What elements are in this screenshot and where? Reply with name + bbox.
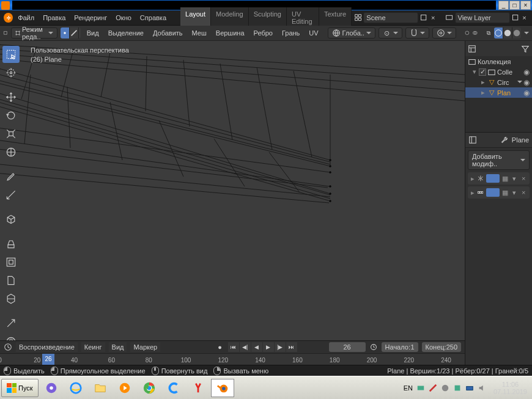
gizmo-toggle[interactable] [465, 29, 470, 37]
matprev-shading[interactable] [512, 27, 521, 38]
keyframe-next[interactable]: |▶ [275, 342, 286, 352]
outliner-root[interactable]: Коллекция [465, 56, 532, 67]
tab-layout[interactable]: Layout [180, 7, 211, 28]
playback-menu[interactable]: Воспроизведение [16, 342, 78, 352]
outliner-editor-icon[interactable] [468, 45, 476, 53]
outliner-plane[interactable]: ▸ ▽ Plan ◉ [465, 87, 532, 98]
tray-icon[interactable] [453, 384, 462, 392]
current-frame-field[interactable]: 26 [329, 342, 366, 352]
visibility-icon[interactable]: ◉ [523, 78, 530, 87]
tool-bevel[interactable] [2, 272, 20, 289]
tray-volume-icon[interactable] [478, 384, 486, 392]
viewport-3d[interactable]: Пользовательская перспектива (26) Plane [0, 41, 465, 340]
menu-mesh[interactable]: Меш [189, 28, 210, 38]
tray-icon[interactable] [416, 384, 425, 392]
jump-end[interactable]: ⏭ [286, 342, 297, 352]
tool-rotate[interactable] [2, 107, 20, 124]
modifier-name-field[interactable] [486, 188, 500, 197]
taskbar-clock[interactable]: 11:06 07.11.2019 [490, 381, 531, 395]
timeline-editor-icon[interactable] [4, 343, 12, 351]
preview-range-icon[interactable] [369, 343, 378, 351]
pivot-dropdown[interactable]: ⊙ [379, 27, 402, 38]
jump-start[interactable]: ⏮ [228, 342, 239, 352]
taskbar-explorer[interactable] [89, 379, 112, 397]
keyframe-prev[interactable]: ◀| [240, 342, 251, 352]
wireframe-shading[interactable] [494, 27, 503, 38]
menu-help[interactable]: Справка [136, 12, 170, 23]
disclosure-icon[interactable]: ▸ [470, 175, 475, 183]
mod-delete-icon[interactable]: × [520, 188, 527, 197]
disclosure-icon[interactable]: ▾ [471, 68, 478, 76]
overlay-toggle[interactable] [473, 29, 478, 37]
modifier-mirror[interactable]: ▸ ▦ ▾ × [468, 172, 530, 185]
end-frame-field[interactable]: Конец:250 [422, 342, 461, 352]
mod-dropdown-icon[interactable]: ▾ [511, 174, 518, 183]
tool-knife[interactable] [2, 315, 20, 332]
marker-menu[interactable]: Маркер [130, 342, 160, 352]
orientation-dropdown[interactable]: Глоба.. [328, 27, 375, 38]
close-button[interactable]: × [520, 1, 531, 10]
solid-shading[interactable] [503, 27, 512, 38]
autokey-toggle[interactable]: ● [216, 343, 224, 351]
prop-edit[interactable] [432, 27, 456, 38]
outliner-collection[interactable]: ▾ ✓ Colle ◉ [465, 67, 532, 77]
tool-annotate[interactable] [2, 168, 20, 185]
visibility-icon[interactable]: ◉ [523, 68, 530, 76]
editor-type-icon[interactable] [3, 29, 8, 37]
minimize-button[interactable]: _ [498, 1, 509, 10]
mod-dropdown-icon[interactable]: ▾ [511, 188, 518, 197]
tool-addcube[interactable] [2, 211, 20, 228]
delete-viewlayer-icon[interactable]: × [520, 13, 528, 22]
play-rev[interactable]: ◀ [251, 342, 262, 352]
tool-inset[interactable] [2, 254, 20, 271]
tool-extrude[interactable] [2, 235, 20, 252]
visibility-icon[interactable]: ◉ [523, 89, 530, 97]
modifier-array[interactable]: ▸ ▦ ▾ × [468, 186, 530, 199]
menu-face[interactable]: Грань [279, 28, 303, 38]
tab-sculpting[interactable]: Sculpting [249, 7, 287, 28]
menu-vertex[interactable]: Вершина [213, 28, 248, 38]
tray-network-icon[interactable] [465, 384, 474, 392]
viewlayer-field[interactable]: View Layer [455, 12, 510, 23]
tool-polybuild[interactable] [2, 333, 20, 340]
outliner-circle[interactable]: ▸ ▽ Circ ◉ [465, 77, 532, 87]
taskbar-ie[interactable] [64, 379, 87, 397]
play[interactable]: ▶ [263, 342, 274, 352]
timeline-ruler[interactable]: 26 020406080100120140160180200220240 [0, 353, 465, 365]
start-button[interactable]: Пуск [1, 379, 39, 397]
tray-icon[interactable] [441, 384, 449, 392]
menu-view-3d[interactable]: Вид [84, 28, 102, 38]
taskbar-atom[interactable] [40, 379, 63, 397]
tool-move[interactable] [2, 89, 20, 106]
scene-field[interactable]: Scene [363, 12, 418, 23]
menu-uv[interactable]: UV [306, 28, 321, 38]
lang-indicator[interactable]: EN [404, 384, 413, 392]
new-viewlayer-icon[interactable] [511, 13, 519, 22]
face-select[interactable] [79, 27, 81, 38]
menu-select-3d[interactable]: Выделение [105, 28, 147, 38]
exclude-checkbox[interactable]: ✓ [479, 68, 486, 76]
disclosure-icon[interactable]: ▸ [480, 78, 486, 86]
snap-toggle[interactable] [405, 27, 429, 38]
edge-select[interactable] [70, 27, 79, 38]
taskbar-yandex[interactable] [187, 379, 210, 397]
delete-scene-icon[interactable]: × [429, 13, 437, 22]
menu-file[interactable]: Файл [14, 12, 38, 23]
taskbar-blender[interactable] [211, 379, 234, 397]
add-modifier-dropdown[interactable]: Добавить модиф.. [468, 150, 530, 170]
taskbar-cent[interactable] [162, 379, 185, 397]
disclosure-icon[interactable]: ▸ [480, 89, 486, 97]
menu-edit[interactable]: Правка [39, 12, 69, 23]
xray-toggle[interactable] [486, 29, 491, 37]
tool-scale[interactable] [2, 125, 20, 142]
tool-transform[interactable] [2, 144, 20, 161]
mod-delete-icon[interactable]: × [520, 174, 527, 183]
keying-menu[interactable]: Кеинг [81, 342, 105, 352]
new-scene-icon[interactable] [419, 13, 427, 22]
taskbar-wmp[interactable] [113, 379, 136, 397]
start-frame-field[interactable]: Начало:1 [382, 342, 418, 352]
tool-measure[interactable] [2, 186, 20, 203]
playhead[interactable]: 26 [42, 354, 54, 365]
vertex-select[interactable] [61, 27, 70, 38]
disclosure-icon[interactable]: ▸ [470, 189, 475, 197]
